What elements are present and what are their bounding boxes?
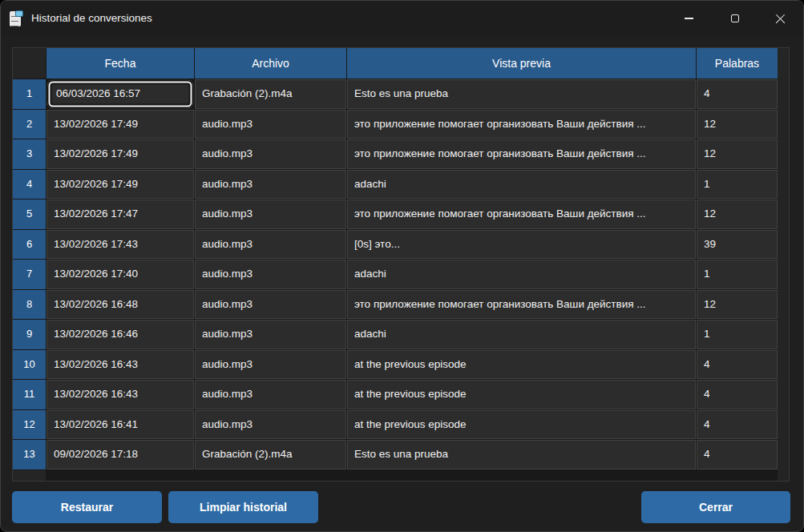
cell-fecha[interactable]: 13/02/2026 16:48 [46, 290, 194, 320]
cell-vista-previa[interactable]: Esto es una prueba [347, 79, 696, 109]
cell-palabras[interactable]: 12 [697, 110, 778, 139]
cell-palabras[interactable]: 1 [697, 260, 778, 289]
cell-archivo[interactable]: audio.mp3 [195, 110, 346, 139]
cell-palabras[interactable]: 4 [697, 440, 778, 470]
cell-archivo[interactable]: audio.mp3 [195, 320, 346, 349]
window-title: Historial de conversiones [31, 1, 152, 36]
cell-palabras[interactable]: 4 [697, 350, 778, 380]
scrollbar-track[interactable] [778, 48, 789, 481]
cell-vista-previa[interactable]: Esto es una prueba [347, 440, 696, 470]
minimize-button[interactable] [666, 1, 712, 36]
cell-archivo[interactable]: audio.mp3 [195, 290, 346, 320]
row-number-cell[interactable]: 11 [13, 380, 46, 409]
clear-history-button[interactable]: Limpiar historial [168, 491, 318, 523]
cell-fecha[interactable]: 13/02/2026 17:49 [46, 139, 194, 169]
cell-fecha[interactable]: 13/02/2026 17:49 [46, 170, 194, 200]
row-number-cell[interactable]: 4 [13, 170, 46, 200]
cell-archivo[interactable]: Grabación (2).m4a [195, 440, 346, 470]
cell-fecha[interactable]: 13/02/2026 16:43 [46, 380, 194, 409]
select-all-corner-cell[interactable] [13, 48, 46, 79]
maximize-button[interactable] [712, 1, 758, 36]
row-number-cell[interactable]: 1 [13, 79, 46, 109]
restore-button[interactable]: Restaurar [12, 491, 162, 523]
cell-palabras[interactable]: 39 [697, 230, 778, 260]
cell-archivo[interactable]: audio.mp3 [195, 139, 346, 169]
cell-fecha[interactable]: 13/02/2026 17:47 [46, 200, 194, 229]
table-body: 1 06/03/2026 16:57 Grabación (2).m4a Est… [13, 79, 789, 470]
speech-bubble-icon [15, 10, 23, 17]
close-button[interactable] [758, 1, 803, 36]
cell-vista-previa[interactable]: это приложение помогает организовать Ваш… [347, 110, 696, 139]
table-row: 8 13/02/2026 16:48 audio.mp3 это приложе… [13, 290, 789, 320]
table-row: 10 13/02/2026 16:43 audio.mp3 at the pre… [13, 350, 789, 380]
history-table: Fecha Archivo Vista previa Palabras 1 06… [12, 47, 790, 482]
cell-archivo[interactable]: Grabación (2).m4a [195, 79, 346, 109]
row-number-cell[interactable]: 5 [13, 200, 46, 229]
header-filler [778, 48, 789, 79]
table-header: Fecha Archivo Vista previa Palabras [13, 48, 789, 79]
cell-vista-previa[interactable]: это приложение помогает организовать Ваш… [347, 290, 696, 320]
cell-vista-previa[interactable]: это приложение помогает организовать Ваш… [347, 139, 696, 169]
app-icon [10, 10, 23, 27]
cell-vista-previa[interactable]: at the previous episode [347, 350, 696, 380]
cell-archivo[interactable]: audio.mp3 [195, 170, 346, 200]
cell-palabras[interactable]: 1 [697, 320, 778, 349]
row-number-cell[interactable]: 2 [13, 110, 46, 139]
column-header-vista-previa[interactable]: Vista previa [347, 48, 696, 79]
cell-palabras[interactable]: 1 [697, 170, 778, 200]
row-number-cell[interactable]: 13 [13, 440, 46, 470]
cell-fecha[interactable]: 13/02/2026 16:46 [46, 320, 194, 349]
cell-palabras[interactable]: 4 [697, 79, 778, 109]
cell-palabras[interactable]: 4 [697, 380, 778, 409]
cell-fecha[interactable]: 13/02/2026 16:41 [46, 410, 194, 440]
row-number-cell[interactable]: 6 [13, 230, 46, 260]
cell-palabras[interactable]: 12 [697, 200, 778, 229]
row-number-cell[interactable]: 10 [13, 350, 46, 380]
cell-vista-previa[interactable]: adachi [347, 170, 696, 200]
column-header-fecha[interactable]: Fecha [46, 48, 194, 79]
column-header-palabras[interactable]: Palabras [697, 48, 778, 79]
cell-fecha[interactable]: 13/02/2026 17:43 [46, 230, 194, 260]
row-number-cell[interactable]: 12 [13, 410, 46, 440]
table-row: 13 09/02/2026 17:18 Grabación (2).m4a Es… [13, 440, 789, 470]
cell-fecha[interactable]: 06/03/2026 16:57 [46, 79, 194, 109]
cell-fecha[interactable]: 09/02/2026 17:18 [46, 440, 194, 470]
close-icon [775, 14, 786, 24]
table-row: 1 06/03/2026 16:57 Grabación (2).m4a Est… [13, 79, 789, 109]
table-row: 9 13/02/2026 16:46 audio.mp3 adachi 1 [13, 320, 789, 349]
cell-vista-previa[interactable]: [0s] это... [347, 230, 696, 260]
row-number-cell[interactable]: 9 [13, 320, 46, 349]
row-number-cell[interactable]: 7 [13, 260, 46, 289]
title-bar: Historial de conversiones [1, 1, 803, 36]
column-header-archivo[interactable]: Archivo [195, 48, 346, 79]
cell-archivo[interactable]: audio.mp3 [195, 200, 346, 229]
cell-archivo[interactable]: audio.mp3 [195, 260, 346, 289]
cell-palabras[interactable]: 12 [697, 139, 778, 169]
cell-fecha[interactable]: 13/02/2026 16:43 [46, 350, 194, 380]
cell-archivo[interactable]: audio.mp3 [195, 380, 346, 409]
table-row: 2 13/02/2026 17:49 audio.mp3 это приложе… [13, 110, 789, 139]
row-number-cell[interactable]: 8 [13, 290, 46, 320]
cell-palabras[interactable]: 12 [697, 290, 778, 320]
table-row: 3 13/02/2026 17:49 audio.mp3 это приложе… [13, 139, 789, 169]
maximize-icon [731, 14, 739, 22]
table-row: 5 13/02/2026 17:47 audio.mp3 это приложе… [13, 200, 789, 229]
cell-vista-previa[interactable]: adachi [347, 260, 696, 289]
cell-archivo[interactable]: audio.mp3 [195, 350, 346, 380]
table-row: 12 13/02/2026 16:41 audio.mp3 at the pre… [13, 410, 789, 440]
cell-archivo[interactable]: audio.mp3 [195, 410, 346, 440]
table-row: 6 13/02/2026 17:43 audio.mp3 [0s] это...… [13, 230, 789, 260]
app-window: Historial de conversiones Fecha Archivo … [0, 0, 804, 532]
cell-archivo[interactable]: audio.mp3 [195, 230, 346, 260]
cell-vista-previa[interactable]: at the previous episode [347, 380, 696, 409]
row-header-stub [13, 470, 46, 481]
cell-palabras[interactable]: 4 [697, 410, 778, 440]
row-number-cell[interactable]: 3 [13, 139, 46, 169]
cell-vista-previa[interactable]: at the previous episode [347, 410, 696, 440]
table-row: 7 13/02/2026 17:40 audio.mp3 adachi 1 [13, 260, 789, 289]
close-dialog-button[interactable]: Cerrar [641, 491, 790, 523]
cell-vista-previa[interactable]: это приложение помогает организовать Ваш… [347, 200, 696, 229]
cell-fecha[interactable]: 13/02/2026 17:40 [46, 260, 194, 289]
cell-fecha[interactable]: 13/02/2026 17:49 [46, 110, 194, 139]
cell-vista-previa[interactable]: adachi [347, 320, 696, 349]
